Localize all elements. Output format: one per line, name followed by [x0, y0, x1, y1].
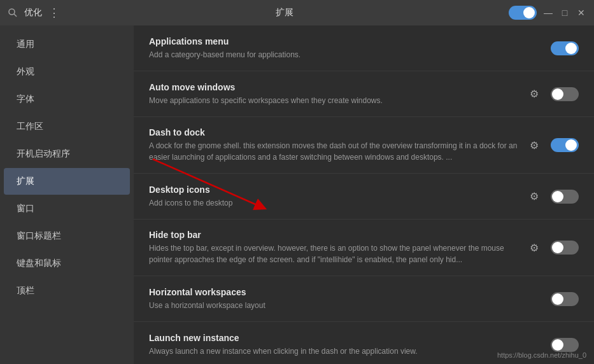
search-icon[interactable] [8, 8, 18, 18]
ext-title: Launch new instance [149, 333, 551, 343]
ext-controls: ⚙ [525, 188, 579, 206]
toggle-knob [552, 88, 563, 100]
ext-toggle-horizontal-workspaces[interactable] [551, 292, 579, 306]
maximize-button[interactable]: □ [560, 8, 570, 18]
ext-toggle-dash-to-dock[interactable] [551, 138, 579, 152]
ext-gear-auto-move[interactable]: ⚙ [525, 85, 543, 103]
ext-info: Launch new instance Always launch a new … [149, 333, 551, 357]
ext-info: Dash to dock A dock for the gnome shell.… [149, 127, 525, 163]
ext-desc: Use a horizontal workspace layout [149, 300, 551, 311]
sidebar-item-topbar[interactable]: 顶栏 [4, 277, 130, 304]
extensions-list: Applications menu Add a category-based m… [134, 25, 594, 364]
sidebar-item-titlebar[interactable]: 窗口标题栏 [4, 223, 130, 249]
main-layout: 通用 外观 字体 工作区 开机启动程序 扩展 窗口 窗口标题栏 键盘和鼠标 顶栏… [0, 25, 594, 364]
toggle-knob [552, 191, 563, 202]
ext-hide-top-bar: Hide top bar Hides the top bar, except i… [134, 220, 594, 276]
toggle-knob [523, 7, 535, 18]
sidebar-item-general[interactable]: 通用 [4, 31, 130, 58]
titlebar: 优化 ⋮ 扩展 — □ ✕ [0, 0, 594, 25]
ext-info: Hide top bar Hides the top bar, except i… [149, 230, 525, 265]
sidebar-item-windows[interactable]: 窗口 [4, 195, 130, 222]
ext-desc: Always launch a new instance when clicki… [149, 346, 551, 357]
ext-title: Auto move windows [149, 82, 525, 92]
toggle-knob [565, 43, 577, 54]
svg-line-1 [14, 14, 17, 17]
master-toggle[interactable] [509, 6, 537, 20]
sidebar-item-startup[interactable]: 开机启动程序 [4, 141, 130, 167]
ext-dash-to-dock: Dash to dock A dock for the gnome shell.… [134, 117, 594, 174]
toggle-knob [552, 293, 563, 305]
ext-desc: Move applications to specific workspaces… [149, 95, 525, 106]
ext-controls [551, 292, 579, 306]
sidebar-item-keyboard[interactable]: 键盘和鼠标 [4, 250, 130, 277]
ext-toggle-applications-menu[interactable] [551, 41, 579, 55]
app-title: 优化 [24, 7, 42, 18]
watermark: https://blog.csdn.net/zhihu_0 [497, 351, 586, 359]
sidebar: 通用 外观 字体 工作区 开机启动程序 扩展 窗口 窗口标题栏 键盘和鼠标 顶栏 [0, 25, 134, 364]
ext-controls [551, 338, 579, 352]
ext-title: Dash to dock [149, 127, 525, 137]
sidebar-item-fonts[interactable]: 字体 [4, 86, 130, 113]
ext-auto-move-windows: Auto move windows Move applications to s… [134, 71, 594, 117]
toggle-knob [552, 242, 563, 253]
ext-desc: A dock for the gnome shell. this extensi… [149, 140, 525, 163]
ext-toggle-hide-top-bar[interactable] [551, 241, 579, 255]
ext-controls: ⚙ [525, 136, 579, 154]
titlebar-left: 优化 ⋮ [8, 6, 60, 20]
ext-gear-hide-top-bar[interactable]: ⚙ [525, 239, 543, 256]
close-button[interactable]: ✕ [576, 8, 586, 18]
ext-toggle-launch-new-instance[interactable] [551, 338, 579, 352]
toggle-knob [565, 139, 577, 151]
ext-applications-menu: Applications menu Add a category-based m… [134, 25, 594, 71]
ext-toggle-auto-move[interactable] [551, 87, 579, 101]
ext-info: Applications menu Add a category-based m… [149, 36, 551, 60]
ext-horizontal-workspaces: Horizontal workspaces Use a horizontal w… [134, 276, 594, 322]
window-title: 扩展 [276, 7, 293, 18]
ext-desc: Add a category-based menu for applicatio… [149, 49, 551, 60]
ext-controls [551, 41, 579, 55]
ext-title: Hide top bar [149, 230, 525, 240]
sidebar-item-extensions[interactable]: 扩展 [4, 168, 130, 195]
ext-title: Applications menu [149, 36, 551, 46]
ext-desc: Hides the top bar, except in overview. h… [149, 242, 525, 265]
ext-info: Desktop icons Add icons to the desktop [149, 185, 525, 209]
minimize-button[interactable]: — [543, 8, 553, 18]
ext-toggle-desktop-icons[interactable] [551, 190, 579, 204]
ext-info: Auto move windows Move applications to s… [149, 82, 525, 106]
svg-point-0 [9, 9, 15, 15]
ext-desc: Add icons to the desktop [149, 197, 525, 209]
sidebar-item-appearance[interactable]: 外观 [4, 59, 130, 85]
ext-title: Horizontal workspaces [149, 287, 551, 297]
ext-gear-desktop-icons[interactable]: ⚙ [525, 188, 543, 206]
sidebar-item-workspace[interactable]: 工作区 [4, 113, 130, 140]
ext-info: Horizontal workspaces Use a horizontal w… [149, 287, 551, 311]
ext-controls: ⚙ [525, 239, 579, 256]
ext-title: Desktop icons [149, 185, 525, 195]
ext-controls: ⚙ [525, 85, 579, 103]
menu-icon[interactable]: ⋮ [48, 6, 60, 20]
ext-desktop-icons: Desktop icons Add icons to the desktop ⚙ [134, 174, 594, 220]
ext-gear-dash-to-dock[interactable]: ⚙ [525, 136, 543, 154]
toggle-knob [552, 339, 563, 351]
titlebar-controls: — □ ✕ [509, 6, 586, 20]
